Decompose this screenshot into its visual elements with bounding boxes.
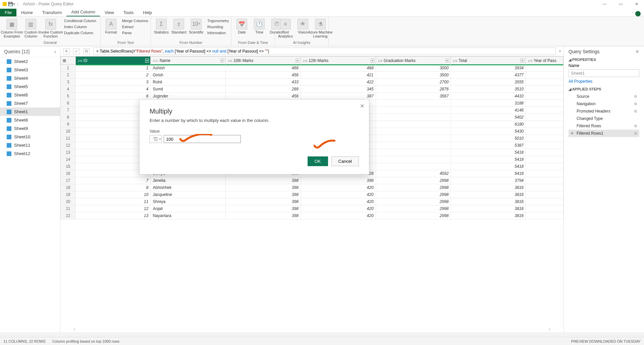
applied-step[interactable]: Source⚙ xyxy=(569,93,639,100)
tab-add-column[interactable]: Add Column xyxy=(66,8,100,16)
all-properties-link[interactable]: All Properties xyxy=(569,79,639,84)
table-corner-icon[interactable]: ⊞ xyxy=(61,57,76,65)
statistics-button[interactable]: ΣStatistics xyxy=(153,17,170,36)
table-icon xyxy=(7,76,11,81)
formula-cancel-icon[interactable]: ✕ xyxy=(63,48,70,54)
close-settings-icon[interactable]: ✕ xyxy=(635,49,639,54)
cancel-button[interactable]: Cancel xyxy=(331,156,359,166)
index-column-button[interactable]: Index Column xyxy=(63,24,97,29)
query-item-sheet7[interactable]: Sheet7 xyxy=(0,99,60,108)
gear-icon[interactable]: ⚙ xyxy=(634,109,637,114)
multiply-dialog: ✕ Multiply Enter a number by which to mu… xyxy=(139,99,369,175)
query-item-sheet12[interactable]: Sheet12 xyxy=(0,149,60,158)
standard-button[interactable]: ±Standard xyxy=(170,17,187,36)
azure-ml-button[interactable]: ⚗Azure Machine Learning xyxy=(312,17,329,40)
scientific-button[interactable]: 10ⁿScientific xyxy=(188,17,205,36)
column-header-name[interactable]: AᴮCName▾ xyxy=(151,57,226,65)
table-row[interactable]: 188Abhishhek39842029983816 xyxy=(61,184,564,191)
column-header-id[interactable]: 1²3ID▾ xyxy=(75,57,151,65)
gear-icon[interactable]: ⚙ xyxy=(634,94,637,99)
formula-input[interactable]: = Table.SelectRows(#"Filtered Rows", eac… xyxy=(93,48,556,55)
column-header-year-of-pass[interactable]: 1²3Year of Pass xyxy=(526,57,564,65)
information-button[interactable]: Information xyxy=(207,30,229,36)
delete-step-icon[interactable]: ✕ xyxy=(571,131,574,136)
maximize-button[interactable]: ▭ xyxy=(616,2,625,6)
column-header-total[interactable]: 1²3Total▾ xyxy=(451,57,526,65)
query-item-sheet5[interactable]: Sheet5 xyxy=(0,82,60,91)
collapse-queries-icon[interactable]: ‹ xyxy=(54,49,56,54)
invoke-custom-function-button[interactable]: fxInvoke Custom Function xyxy=(40,17,61,40)
minimize-button[interactable]: — xyxy=(600,2,609,6)
query-item-sheet9[interactable]: Sheet9 xyxy=(0,124,60,133)
value-input[interactable] xyxy=(164,135,241,143)
table-row[interactable]: 11Ashish46646830003934 xyxy=(61,65,564,72)
table-row[interactable]: 2213Nayantara39842029983816 xyxy=(61,212,564,219)
query-item-sheet1[interactable]: Sheet1 xyxy=(0,108,60,116)
scroll-left-icon[interactable]: ‹ xyxy=(74,327,75,332)
applied-step[interactable]: Changed Type xyxy=(569,115,639,122)
tab-view[interactable]: View xyxy=(100,9,119,16)
table-row[interactable]: 44Sumit28934528763510 xyxy=(61,86,564,93)
parse-button[interactable]: Parse xyxy=(121,30,149,36)
text-analytics-button[interactable]: ≡Text Analytics xyxy=(277,17,294,40)
conditional-column-button[interactable]: Conditional Column xyxy=(63,18,97,23)
tab-file[interactable]: File xyxy=(0,9,16,16)
applied-step[interactable]: Navigation⚙ xyxy=(569,100,639,108)
duplicate-column-button[interactable]: Duplicate Column xyxy=(63,30,97,36)
tab-home[interactable]: Home xyxy=(16,9,38,16)
tab-transform[interactable]: Transform xyxy=(38,9,67,16)
extract-button[interactable]: Extract xyxy=(121,24,149,29)
query-item-sheet10[interactable]: Sheet10 xyxy=(0,133,60,141)
title-sep: | xyxy=(17,2,18,6)
dialog-close-icon[interactable]: ✕ xyxy=(360,103,364,109)
table-row[interactable]: 56Joginder45638735674410 xyxy=(61,93,564,100)
dialog-title: Multiply xyxy=(150,108,359,115)
formula-commit-icon[interactable]: ✓ xyxy=(73,48,80,54)
help-icon[interactable]: ? xyxy=(635,11,641,16)
formula-fx-icon[interactable]: fx xyxy=(83,48,90,54)
rounding-button[interactable]: Rounding xyxy=(207,24,229,29)
value-type-dropdown[interactable]: ABC123 ▾ xyxy=(150,135,162,143)
save-icon[interactable]: 💾 xyxy=(8,2,13,6)
column-from-examples-button[interactable]: ▦Column From Examples xyxy=(2,17,22,40)
qat-dropdown-icon[interactable]: ▾ xyxy=(13,2,15,6)
query-item-sheet2[interactable]: Sheet2 xyxy=(0,57,60,66)
applied-step[interactable]: Filtered Rows⚙ xyxy=(569,122,639,130)
table-row[interactable]: 22Girish45642135004377 xyxy=(61,72,564,79)
tab-tools[interactable]: Tools xyxy=(119,9,138,16)
query-item-sheet4[interactable]: Sheet4 xyxy=(0,74,60,82)
formula-expand-icon[interactable]: ▾ xyxy=(559,49,561,53)
gear-icon[interactable]: ⚙ xyxy=(634,102,637,106)
applied-step[interactable]: ✕Filtered Rows1⚙ xyxy=(569,130,639,137)
applied-step[interactable]: Promoted Headers⚙ xyxy=(569,108,639,115)
scroll-right-icon[interactable]: › xyxy=(549,327,550,332)
horizontal-scrollbar[interactable]: ‹ › xyxy=(60,326,564,332)
column-header-10th-marks[interactable]: 1²310th Marks▾ xyxy=(226,57,301,65)
ok-button[interactable]: OK xyxy=(308,156,328,166)
custom-column-button[interactable]: ▥Custom Column xyxy=(22,17,39,40)
table-row[interactable]: 1910Jacqueline39842029983816 xyxy=(61,191,564,198)
merge-columns-button[interactable]: Merge Columns xyxy=(121,18,149,23)
query-item-sheet6[interactable]: Sheet6 xyxy=(0,91,60,99)
trigonometry-button[interactable]: Trigonometry xyxy=(207,18,229,23)
table-row[interactable]: 33Rohit43342227003555 xyxy=(61,79,564,86)
query-item-sheet11[interactable]: Sheet11 xyxy=(0,141,60,149)
query-item-sheet3[interactable]: Sheet3 xyxy=(0,66,60,74)
table-row[interactable]: 2011Shreya39842029983816 xyxy=(61,198,564,205)
table-icon xyxy=(7,68,11,72)
collapse-ribbon-icon[interactable]: ˆ xyxy=(632,12,633,16)
date-button[interactable]: 📅Date xyxy=(233,17,250,36)
gear-icon[interactable]: ⚙ xyxy=(634,131,637,136)
format-button[interactable]: AFormat xyxy=(103,17,119,36)
close-button[interactable]: ✕ xyxy=(632,2,641,6)
tab-help[interactable]: Help xyxy=(138,9,157,16)
group-from-text-label: From Text xyxy=(103,41,149,45)
table-row[interactable]: 2112Anjali39842029983816 xyxy=(61,205,564,212)
time-button[interactable]: 🕐Time xyxy=(251,17,268,36)
query-name-input[interactable] xyxy=(569,69,639,77)
gear-icon[interactable]: ⚙ xyxy=(634,124,637,128)
query-item-sheet8[interactable]: Sheet8 xyxy=(0,116,60,124)
column-header-graduation-marks[interactable]: 1²3Graduation Marks▾ xyxy=(376,57,451,65)
column-header-12th-marks[interactable]: 1²312th Marks▾ xyxy=(301,57,376,65)
table-row[interactable]: 177Jenelia39839829983794 xyxy=(61,177,564,184)
